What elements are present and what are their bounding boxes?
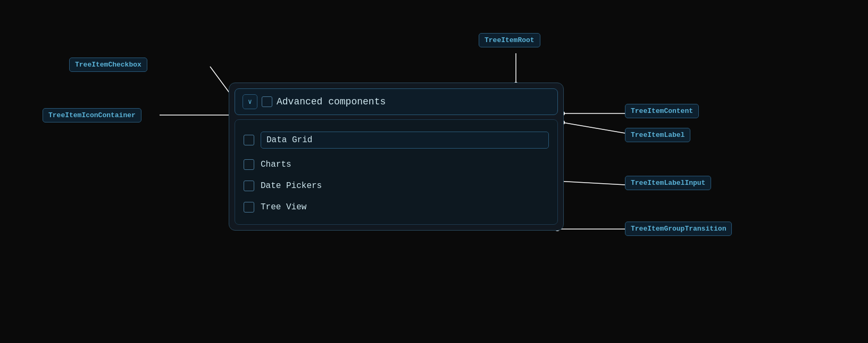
tree-child-date-pickers: Date Pickers — [244, 175, 549, 197]
svg-line-4 — [563, 123, 625, 133]
data-grid-checkbox[interactable] — [244, 135, 254, 145]
charts-label: Charts — [261, 160, 291, 169]
tree-item-checkbox-badge: TreeItemCheckbox — [69, 58, 147, 72]
tree-view-label: Tree View — [261, 202, 306, 212]
tree-item-root-row: ∨ Advanced components — [235, 88, 558, 115]
tree-item-content-badge: TreeItemContent — [625, 104, 699, 118]
tree-root: ∨ Advanced components Charts Date Picker… — [229, 83, 564, 231]
root-checkbox[interactable] — [262, 96, 272, 107]
chevron-button[interactable]: ∨ — [243, 94, 257, 109]
tree-item-icon-container-badge: TreeItemIconContainer — [43, 108, 141, 123]
tree-item-group: Charts Date Pickers Tree View — [235, 119, 558, 225]
tree-item-group-transition-badge: TreeItemGroupTransition — [625, 222, 732, 236]
tree-item-root-badge: TreeItemRoot — [479, 33, 540, 47]
tree-item-label-badge: TreeItemLabel — [625, 128, 690, 142]
charts-checkbox[interactable] — [244, 159, 254, 170]
tree-child-tree-view: Tree View — [244, 197, 549, 218]
date-pickers-checkbox[interactable] — [244, 181, 254, 191]
date-pickers-label: Date Pickers — [261, 181, 322, 191]
data-grid-label-input[interactable] — [261, 132, 549, 149]
svg-line-10 — [557, 181, 625, 185]
tree-view-checkbox[interactable] — [244, 202, 254, 213]
chevron-down-icon: ∨ — [248, 97, 252, 106]
tree-child-charts: Charts — [244, 154, 549, 175]
root-item-label: Advanced components — [277, 96, 550, 107]
tree-child-data-grid — [244, 126, 549, 154]
tree-item-label-input-badge: TreeItemLabelInput — [625, 176, 711, 190]
